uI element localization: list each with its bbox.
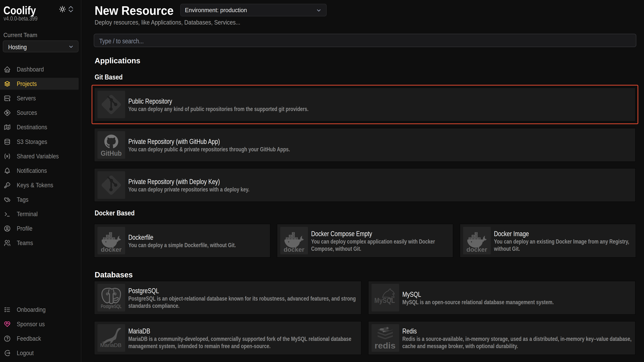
svg-text:PostgreSQL: PostgreSQL: [101, 304, 122, 309]
svg-text:MariaDB: MariaDB: [100, 343, 122, 348]
svg-text:docker: docker: [284, 246, 304, 253]
svg-text:docker: docker: [101, 246, 122, 253]
svg-text:redis: redis: [374, 341, 396, 351]
svg-text:GitHub: GitHub: [101, 150, 122, 157]
svg-text:docker: docker: [466, 246, 487, 253]
svg-text:MySQL: MySQL: [374, 297, 395, 304]
